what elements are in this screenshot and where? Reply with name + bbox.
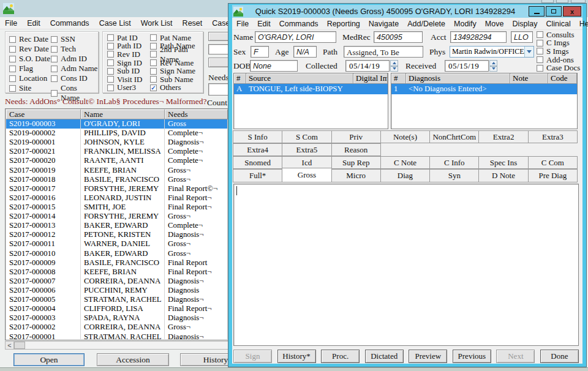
dob-field[interactable]: None <box>250 60 298 72</box>
menu-item[interactable]: Add/Delete <box>403 18 450 29</box>
filter-checkbox[interactable]: Adm ID <box>51 54 98 64</box>
received-spinner[interactable] <box>489 60 497 72</box>
section-button[interactable]: Priv <box>331 130 381 143</box>
section-button[interactable]: Syn <box>429 169 479 182</box>
menu-item[interactable]: Commands <box>45 17 94 29</box>
case-row[interactable]: S2017-000002 CORREIRA, DEANNA Gross¬ <box>6 323 228 332</box>
open-button[interactable]: Open <box>13 353 85 366</box>
column-header-digital-image[interactable]: Digital Ima <box>353 73 388 84</box>
footer-button[interactable]: Next <box>496 350 535 363</box>
spinner-up-icon[interactable] <box>489 60 497 66</box>
menu-item[interactable]: Commands <box>275 18 323 29</box>
section-button[interactable]: NonChrtCom <box>429 130 479 143</box>
menu-item[interactable]: Move <box>481 18 508 29</box>
case-row[interactable]: S2017-000017 FORSYTHE, JEREMY Final Repo… <box>6 184 228 193</box>
section-button[interactable]: C Com <box>528 156 578 169</box>
filter-checkbox[interactable]: Site <box>9 83 50 93</box>
case-row[interactable]: S2017-000004 CLIFFORD, LISA Final Report… <box>6 304 228 313</box>
section-button[interactable]: Icd <box>282 156 331 169</box>
menu-item[interactable]: Case List <box>94 17 136 29</box>
case-row[interactable]: S2017-000012 PETONE, KRISTEN Diagnosis¬ <box>6 230 228 239</box>
section-button[interactable]: Extra5 <box>282 143 331 156</box>
column-header-num[interactable]: # <box>234 73 246 84</box>
quick-checkbox[interactable]: Case Docs <box>537 64 580 72</box>
medrec-field[interactable]: 450095 <box>374 31 423 43</box>
filter-checkbox[interactable]: Tech <box>51 44 98 54</box>
section-button[interactable]: C Note <box>380 156 430 169</box>
section-button[interactable]: Diag <box>380 169 430 182</box>
menu-item[interactable]: File <box>0 17 22 29</box>
case-row[interactable]: S2017-000014 FORSYTHE, JEREMY Gross¬ <box>6 212 228 221</box>
menu-item[interactable]: Work List <box>136 17 178 29</box>
menu-item[interactable]: Reporting <box>323 18 364 29</box>
column-header-note[interactable]: Note <box>510 73 548 84</box>
section-button[interactable]: Pre Diag <box>528 169 578 182</box>
collected-date-field[interactable]: 05/14/19 <box>345 60 398 72</box>
case-row[interactable]: S2017-000003 SPADA, RAYNA Diagnosis¬ <box>6 313 228 323</box>
case-row[interactable]: S2017-000011 WARNER, DANIEL Gross¬ <box>6 239 228 249</box>
case-row[interactable]: S2019-000003 O'GRADY, LORI Gross <box>6 119 228 129</box>
spinner-down-icon[interactable] <box>489 66 497 72</box>
quick-titlebar[interactable]: Quick S2019-000003 (Needs Gross) 450095 … <box>232 5 582 18</box>
case-row[interactable]: S2019-000001 JOHNSON, KYLE Diagnosis¬ <box>6 138 228 147</box>
case-row[interactable]: S2017-000018 BASILE, FRANCISCO Gross¬ <box>6 175 228 184</box>
spinner-up-icon[interactable] <box>390 60 398 66</box>
section-button[interactable]: Micro <box>331 169 381 182</box>
case-row[interactable]: S2017-000016 LEONARD, JUSTIN Final Repor… <box>6 193 228 203</box>
acct-field[interactable]: 134928294 <box>450 31 507 43</box>
close-button[interactable]: x <box>563 6 581 17</box>
collected-spinner[interactable] <box>390 60 398 72</box>
case-table-hscrollbar[interactable]: < <box>5 341 229 350</box>
column-header-code[interactable]: Code <box>548 73 577 84</box>
age-field[interactable]: N/A <box>293 46 317 58</box>
source-row[interactable]: A TONGUE, Left side-BIOPSY <box>234 84 388 94</box>
menu-item[interactable]: Display <box>508 18 541 29</box>
case-row[interactable]: S2019-000002 PHILLIPS, DAVID Complete¬ <box>6 129 228 138</box>
section-button[interactable]: C Info <box>429 156 479 169</box>
column-header-source[interactable]: Source <box>246 73 353 84</box>
menu-item[interactable]: File <box>232 18 253 29</box>
section-button[interactable]: Sup Rep <box>331 156 381 169</box>
case-row[interactable]: S2017-000009 BASILE, FRANCISCO Final Rep… <box>6 258 228 268</box>
menu-item[interactable]: Navigate <box>364 18 403 29</box>
filter-checkbox[interactable]: User3 <box>107 84 142 92</box>
section-button[interactable]: S Info <box>233 130 282 143</box>
section-button[interactable]: Snomed <box>233 156 282 169</box>
initials-field[interactable]: LLO <box>511 31 533 43</box>
menu-item[interactable]: Modify <box>450 18 481 29</box>
section-button[interactable]: Gross <box>282 168 331 182</box>
phys-combobox[interactable]: Martin Radwin/OFFICE/(555 <box>450 46 534 58</box>
footer-button[interactable]: Dictated <box>365 350 404 363</box>
filter-checkbox[interactable]: Rec Date <box>9 34 50 44</box>
filter-checkbox[interactable]: Rev Date <box>9 44 50 54</box>
footer-button[interactable]: Done <box>540 350 579 363</box>
section-button[interactable]: Extra2 <box>478 130 528 143</box>
section-button[interactable]: Reason <box>331 143 381 156</box>
menu-item[interactable]: Edit <box>253 18 275 29</box>
path-field[interactable]: Assigned, To Be <box>344 46 423 58</box>
section-button[interactable]: Note(s) <box>380 130 430 143</box>
column-header-needs[interactable]: Needs <box>165 110 228 119</box>
case-row[interactable]: S2017-000020 RAANTE, AANTI Complete¬ <box>6 156 228 165</box>
spinner-down-icon[interactable] <box>390 66 398 72</box>
minimize-button[interactable] <box>529 6 545 17</box>
filter-checkbox[interactable]: Flag <box>9 64 50 73</box>
case-row[interactable]: S2017-000021 FRANKLIN, MELISSA Complete¬ <box>6 147 228 156</box>
case-row[interactable]: S2017-000019 KEEFE, BRIAN Gross¬ <box>6 166 228 175</box>
case-row[interactable]: S2017-000005 STRATMAN, RACHEL Diagnosis¬ <box>6 295 228 304</box>
menu-item[interactable]: Clinical <box>541 18 575 29</box>
filter-checkbox[interactable]: Location <box>9 73 50 83</box>
received-date-field[interactable]: 05/15/19 <box>445 60 497 72</box>
footer-button[interactable]: History* <box>277 350 316 363</box>
column-header-diagnosis[interactable]: Diagnosis <box>406 73 510 84</box>
diagnosis-row[interactable]: 1 <No Diagnosis Entered> <box>391 84 577 94</box>
maximize-button[interactable] <box>546 6 562 17</box>
case-row[interactable]: S2017-000006 PUCCHINI, REMY Diagnosis <box>6 286 228 295</box>
column-header-case[interactable]: Case <box>6 110 81 119</box>
column-header-num[interactable]: # <box>391 73 406 84</box>
gross-text-area[interactable] <box>233 184 579 346</box>
case-row[interactable]: S2017-000013 BAKER, EDWARD Complete¬ <box>6 221 228 230</box>
case-row[interactable]: S2017-000008 KEEFE, BRIAN Final Report¬ <box>6 268 228 277</box>
sex-field[interactable]: F <box>251 46 269 58</box>
filter-checkbox[interactable]: Adm Name <box>51 64 98 73</box>
